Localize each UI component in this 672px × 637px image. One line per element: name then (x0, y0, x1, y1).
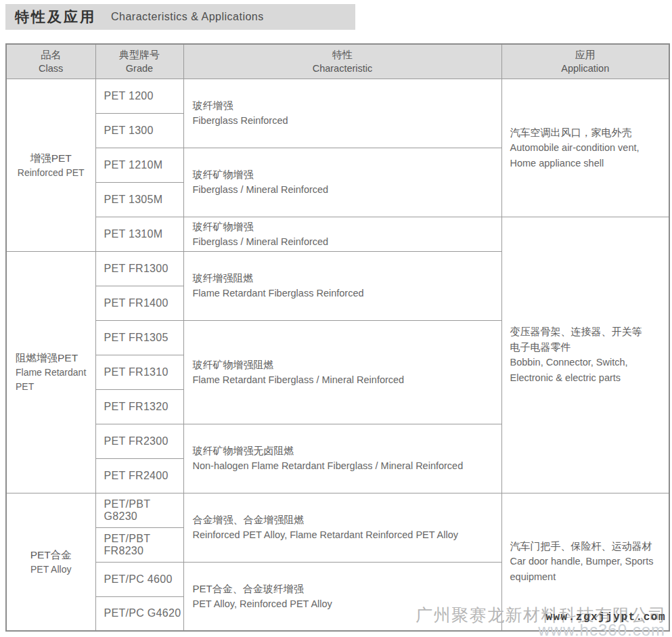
header-characteristic: 特性 Characteristic (183, 44, 501, 79)
characteristic-en: Non-halogen Flame Retardant Fiberglass /… (193, 458, 496, 474)
grade-cell: PET/PC G4620 (95, 596, 183, 631)
table-row: PET合金 PET Alloy PET/PBT G8230 合金增强、合金增强阻… (6, 493, 669, 527)
grade-cell: PET 1310M (95, 217, 183, 251)
grade-cell: PET FR2400 (95, 458, 183, 493)
class-cell-reinforced-pet: 增强PET Reinforced PET (6, 79, 95, 251)
characteristic-zh: 玻纤矿物增强无卤阻燃 (193, 443, 496, 458)
section-title-bar: 特性及应用 Characteristics & Applications (5, 4, 355, 30)
application-cell: 汽车空调出风口，家电外壳 Automobile air-condition ve… (501, 79, 669, 217)
table-row: 增强PET Reinforced PET PET 1200 玻纤增强 Fiber… (6, 79, 669, 113)
grade-cell: PET FR1310 (95, 355, 183, 389)
characteristic-zh: 玻纤增强阻燃 (193, 270, 496, 286)
application-zh: 汽车门把手、保险杆、运动器材 (510, 538, 663, 554)
grade-cell: PET FR2300 (95, 424, 183, 458)
header-class: 品名 Class (6, 44, 95, 79)
grade-cell: PET 1300 (95, 113, 183, 148)
application-zh: 汽车空调出风口，家电外壳 (510, 125, 663, 140)
characteristic-zh: 玻纤增强 (193, 97, 496, 113)
application-en: Car door handle, Bumper, Sports equipmen… (510, 554, 663, 585)
characteristic-cell: 玻纤矿物增强 Fiberglass / Mineral Reinforced (183, 217, 501, 251)
class-cell-pet-alloy: PET合金 PET Alloy (6, 493, 95, 631)
characteristic-en: Fiberglass / Mineral Reinforced (193, 234, 496, 250)
characteristic-en: PET Alloy, Reinforced PET Alloy (193, 596, 496, 612)
grade-cell: PET FR1305 (95, 320, 183, 355)
header-characteristic-zh: 特性 (185, 47, 501, 62)
characteristic-zh: 玻纤矿物增强阻燃 (193, 357, 496, 372)
application-en: Bobbin, Connector, Switch, Electronic & … (510, 355, 663, 386)
characteristic-cell: 玻纤增强 Fiberglass Reinforced (183, 79, 501, 148)
header-application: 应用 Application (501, 44, 669, 79)
grade-cell: PET/PBT FR8230 (95, 527, 183, 562)
characteristic-en: Flame Retardant Fiberglass Reinforced (193, 286, 496, 301)
section-title-zh: 特性及应用 (15, 7, 96, 26)
header-application-zh: 应用 (503, 47, 669, 62)
header-class-en: Class (7, 62, 95, 75)
page: 特性及应用 Characteristics & Applications 品名 … (0, 0, 672, 637)
characteristic-en: Fiberglass Reinforced (193, 113, 496, 129)
application-en: Automobile air-condition vent, Home appl… (510, 140, 663, 171)
header-row: 品名 Class 典型牌号 Grade 特性 Characteristic 应用… (6, 44, 669, 79)
section-title-en: Characteristics & Applications (111, 11, 264, 23)
table-row: PET 1310M 玻纤矿物增强 Fiberglass / Mineral Re… (6, 217, 669, 251)
class-zh: 阻燃增强PET (16, 350, 90, 366)
header-characteristic-en: Characteristic (185, 62, 501, 75)
characteristic-cell: 合金增强、合金增强阻燃 Reinforced PET Alloy, Flame … (183, 493, 501, 562)
grade-cell: PET 1200 (95, 79, 183, 113)
class-en: Flame Retardant PET (16, 366, 90, 394)
application-zh-line2: 电子电器零件 (510, 339, 663, 355)
grade-cell: PET FR1400 (95, 286, 183, 320)
class-zh: PET合金 (7, 547, 95, 563)
characteristic-en: Flame Retardant Fiberglass / Mineral Rei… (193, 372, 496, 388)
class-zh: 增强PET (7, 150, 95, 166)
class-en: Reinforced PET (7, 166, 95, 180)
characteristics-table: 品名 Class 典型牌号 Grade 特性 Characteristic 应用… (5, 43, 670, 632)
header-class-zh: 品名 (7, 47, 95, 62)
application-cell: 变压器骨架、连接器、开关等 电子电器零件 Bobbin, Connector, … (501, 217, 669, 493)
header-grade-zh: 典型牌号 (97, 47, 183, 62)
header-application-en: Application (503, 62, 669, 75)
grade-cell: PET FR1320 (95, 389, 183, 424)
application-zh: 变压器骨架、连接器、开关等 (510, 324, 663, 339)
header-grade-en: Grade (97, 62, 183, 75)
characteristic-zh: 玻纤矿物增强 (193, 167, 496, 182)
characteristic-zh: 玻纤矿物增强 (193, 219, 496, 234)
characteristic-cell: 玻纤矿物增强无卤阻燃 Non-halogen Flame Retardant F… (183, 424, 501, 493)
grade-cell: PET 1210M (95, 148, 183, 182)
grade-cell: PET/PC 4600 (95, 562, 183, 596)
characteristic-en: Reinforced PET Alloy, Flame Retardant Re… (193, 527, 496, 543)
characteristic-zh: PET合金、合金玻纤增强 (193, 581, 496, 596)
characteristic-cell: 玻纤增强阻燃 Flame Retardant Fiberglass Reinfo… (183, 251, 501, 320)
characteristic-zh: 合金增强、合金增强阻燃 (193, 512, 496, 527)
class-en: PET Alloy (7, 563, 95, 577)
characteristic-en: Fiberglass / Mineral Reinforced (193, 182, 496, 198)
grade-cell: PET FR1300 (95, 251, 183, 286)
grade-cell: PET/PBT G8230 (95, 493, 183, 527)
grade-cell: PET 1305M (95, 182, 183, 217)
characteristic-cell: 玻纤矿物增强阻燃 Flame Retardant Fiberglass / Mi… (183, 320, 501, 424)
class-cell-flame-retardant-pet: 阻燃增强PET Flame Retardant PET (6, 251, 95, 493)
characteristic-cell: PET合金、合金玻纤增强 PET Alloy, Reinforced PET A… (183, 562, 501, 631)
characteristic-cell: 玻纤矿物增强 Fiberglass / Mineral Reinforced (183, 148, 501, 217)
header-grade: 典型牌号 Grade (95, 44, 183, 79)
application-cell: 汽车门把手、保险杆、运动器材 Car door handle, Bumper, … (501, 493, 669, 631)
